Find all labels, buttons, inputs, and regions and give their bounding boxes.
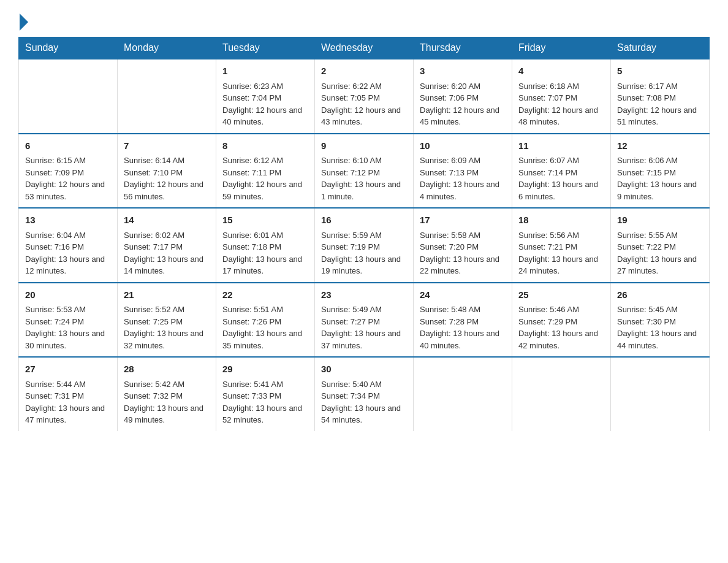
weekday-header-thursday: Thursday (414, 37, 512, 59)
page-header (18, 12, 710, 31)
day-info: Sunrise: 5:51 AMSunset: 7:26 PMDaylight:… (222, 305, 302, 350)
calendar-cell (118, 59, 216, 134)
day-number: 3 (420, 64, 506, 79)
day-number: 26 (617, 288, 703, 302)
day-info: Sunrise: 5:53 AMSunset: 7:24 PMDaylight:… (25, 305, 105, 350)
day-number: 22 (222, 288, 308, 302)
week-row-4: 20Sunrise: 5:53 AMSunset: 7:24 PMDayligh… (19, 283, 710, 358)
day-number: 2 (321, 64, 407, 79)
day-info: Sunrise: 6:22 AMSunset: 7:05 PMDaylight:… (321, 82, 401, 127)
day-number: 4 (518, 64, 604, 79)
day-info: Sunrise: 5:46 AMSunset: 7:29 PMDaylight:… (518, 305, 598, 350)
day-number: 29 (222, 362, 308, 377)
day-info: Sunrise: 6:12 AMSunset: 7:11 PMDaylight:… (222, 156, 302, 201)
day-info: Sunrise: 5:40 AMSunset: 7:34 PMDaylight:… (321, 380, 401, 425)
weekday-header-monday: Monday (118, 37, 216, 59)
day-info: Sunrise: 6:01 AMSunset: 7:18 PMDaylight:… (222, 231, 302, 276)
day-info: Sunrise: 5:59 AMSunset: 7:19 PMDaylight:… (321, 231, 401, 276)
calendar-cell: 18Sunrise: 5:56 AMSunset: 7:21 PMDayligh… (512, 208, 611, 283)
day-info: Sunrise: 6:02 AMSunset: 7:17 PMDaylight:… (124, 231, 203, 276)
day-number: 16 (321, 213, 407, 228)
day-number: 19 (617, 213, 703, 228)
logo-arrow-icon (20, 13, 28, 31)
day-info: Sunrise: 6:07 AMSunset: 7:14 PMDaylight:… (518, 156, 598, 201)
day-number: 1 (222, 64, 308, 79)
day-info: Sunrise: 5:58 AMSunset: 7:20 PMDaylight:… (420, 231, 499, 276)
calendar-cell: 30Sunrise: 5:40 AMSunset: 7:34 PMDayligh… (315, 357, 414, 431)
day-number: 24 (420, 288, 506, 302)
day-number: 21 (124, 288, 210, 302)
day-number: 6 (25, 139, 111, 153)
calendar-cell: 19Sunrise: 5:55 AMSunset: 7:22 PMDayligh… (611, 208, 710, 283)
calendar-cell: 15Sunrise: 6:01 AMSunset: 7:18 PMDayligh… (216, 208, 315, 283)
day-info: Sunrise: 5:52 AMSunset: 7:25 PMDaylight:… (124, 305, 203, 350)
day-info: Sunrise: 6:17 AMSunset: 7:08 PMDaylight:… (617, 82, 697, 127)
day-info: Sunrise: 5:44 AMSunset: 7:31 PMDaylight:… (25, 380, 105, 425)
calendar-cell (414, 357, 512, 431)
week-row-3: 13Sunrise: 6:04 AMSunset: 7:16 PMDayligh… (19, 208, 710, 283)
day-number: 30 (321, 362, 407, 377)
calendar-cell: 9Sunrise: 6:10 AMSunset: 7:12 PMDaylight… (315, 134, 414, 209)
calendar-cell: 1Sunrise: 6:23 AMSunset: 7:04 PMDaylight… (216, 59, 315, 134)
calendar-cell: 8Sunrise: 6:12 AMSunset: 7:11 PMDaylight… (216, 134, 315, 209)
calendar-cell: 23Sunrise: 5:49 AMSunset: 7:27 PMDayligh… (315, 283, 414, 358)
day-info: Sunrise: 6:09 AMSunset: 7:13 PMDaylight:… (420, 156, 499, 201)
calendar-cell: 17Sunrise: 5:58 AMSunset: 7:20 PMDayligh… (414, 208, 512, 283)
week-row-1: 1Sunrise: 6:23 AMSunset: 7:04 PMDaylight… (19, 59, 710, 134)
day-number: 17 (420, 213, 506, 228)
day-number: 18 (518, 213, 604, 228)
day-info: Sunrise: 6:23 AMSunset: 7:04 PMDaylight:… (222, 82, 302, 127)
day-number: 10 (420, 139, 506, 153)
weekday-header-wednesday: Wednesday (315, 37, 414, 59)
calendar-cell: 3Sunrise: 6:20 AMSunset: 7:06 PMDaylight… (414, 59, 512, 134)
logo (18, 12, 28, 31)
weekday-header-sunday: Sunday (19, 37, 118, 59)
calendar-cell: 6Sunrise: 6:15 AMSunset: 7:09 PMDaylight… (19, 134, 118, 209)
calendar-cell: 20Sunrise: 5:53 AMSunset: 7:24 PMDayligh… (19, 283, 118, 358)
calendar-table: SundayMondayTuesdayWednesdayThursdayFrid… (18, 37, 710, 431)
day-info: Sunrise: 6:04 AMSunset: 7:16 PMDaylight:… (25, 231, 105, 276)
day-number: 25 (518, 288, 604, 302)
day-info: Sunrise: 5:42 AMSunset: 7:32 PMDaylight:… (124, 380, 203, 425)
day-info: Sunrise: 6:06 AMSunset: 7:15 PMDaylight:… (617, 156, 697, 201)
weekday-header-row: SundayMondayTuesdayWednesdayThursdayFrid… (19, 37, 710, 59)
day-number: 20 (25, 288, 111, 302)
day-number: 12 (617, 139, 703, 153)
day-number: 8 (222, 139, 308, 153)
calendar-cell: 12Sunrise: 6:06 AMSunset: 7:15 PMDayligh… (611, 134, 710, 209)
weekday-header-tuesday: Tuesday (216, 37, 315, 59)
day-info: Sunrise: 6:14 AMSunset: 7:10 PMDaylight:… (124, 156, 203, 201)
day-number: 11 (518, 139, 604, 153)
weekday-header-friday: Friday (512, 37, 611, 59)
day-number: 13 (25, 213, 111, 228)
day-info: Sunrise: 5:48 AMSunset: 7:28 PMDaylight:… (420, 305, 499, 350)
week-row-5: 27Sunrise: 5:44 AMSunset: 7:31 PMDayligh… (19, 357, 710, 431)
calendar-cell: 27Sunrise: 5:44 AMSunset: 7:31 PMDayligh… (19, 357, 118, 431)
day-number: 27 (25, 362, 111, 377)
calendar-cell: 28Sunrise: 5:42 AMSunset: 7:32 PMDayligh… (118, 357, 216, 431)
calendar-cell: 11Sunrise: 6:07 AMSunset: 7:14 PMDayligh… (512, 134, 611, 209)
day-number: 28 (124, 362, 210, 377)
day-info: Sunrise: 6:20 AMSunset: 7:06 PMDaylight:… (420, 82, 499, 127)
calendar-cell: 2Sunrise: 6:22 AMSunset: 7:05 PMDaylight… (315, 59, 414, 134)
day-number: 5 (617, 64, 703, 79)
logo-top (18, 12, 28, 31)
calendar-cell: 21Sunrise: 5:52 AMSunset: 7:25 PMDayligh… (118, 283, 216, 358)
calendar-cell: 24Sunrise: 5:48 AMSunset: 7:28 PMDayligh… (414, 283, 512, 358)
day-number: 15 (222, 213, 308, 228)
calendar-cell: 29Sunrise: 5:41 AMSunset: 7:33 PMDayligh… (216, 357, 315, 431)
calendar-cell: 22Sunrise: 5:51 AMSunset: 7:26 PMDayligh… (216, 283, 315, 358)
day-number: 9 (321, 139, 407, 153)
calendar-cell: 4Sunrise: 6:18 AMSunset: 7:07 PMDaylight… (512, 59, 611, 134)
calendar-cell: 10Sunrise: 6:09 AMSunset: 7:13 PMDayligh… (414, 134, 512, 209)
week-row-2: 6Sunrise: 6:15 AMSunset: 7:09 PMDaylight… (19, 134, 710, 209)
day-info: Sunrise: 6:10 AMSunset: 7:12 PMDaylight:… (321, 156, 401, 201)
calendar-cell: 25Sunrise: 5:46 AMSunset: 7:29 PMDayligh… (512, 283, 611, 358)
weekday-header-saturday: Saturday (611, 37, 710, 59)
day-info: Sunrise: 6:15 AMSunset: 7:09 PMDaylight:… (25, 156, 105, 201)
day-info: Sunrise: 5:41 AMSunset: 7:33 PMDaylight:… (222, 380, 302, 425)
calendar-cell: 5Sunrise: 6:17 AMSunset: 7:08 PMDaylight… (611, 59, 710, 134)
day-info: Sunrise: 6:18 AMSunset: 7:07 PMDaylight:… (518, 82, 598, 127)
day-info: Sunrise: 5:45 AMSunset: 7:30 PMDaylight:… (617, 305, 697, 350)
calendar-cell: 16Sunrise: 5:59 AMSunset: 7:19 PMDayligh… (315, 208, 414, 283)
